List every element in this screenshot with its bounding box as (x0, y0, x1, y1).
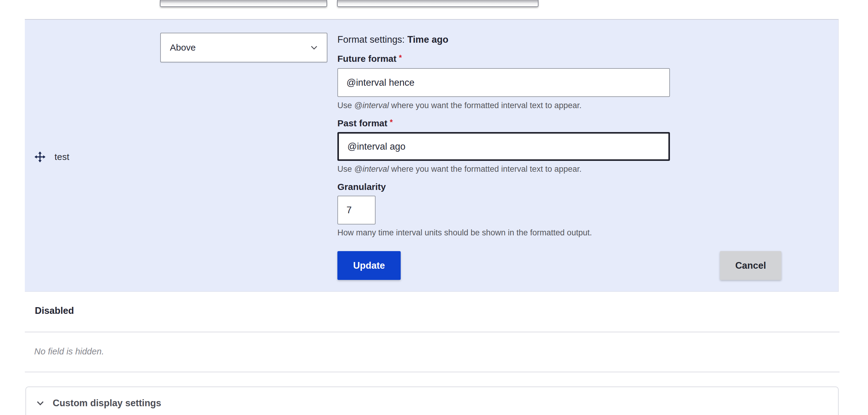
granularity-help: How many time interval units should be s… (337, 228, 592, 237)
field-format-row: test Above Format settings: Time ago Fut… (25, 19, 839, 292)
past-format-help: Use @interval where you want the formatt… (337, 165, 582, 174)
format-settings-plugin-name: Time ago (407, 34, 448, 45)
past-format-label: Past format* (337, 118, 393, 128)
move-icon (34, 151, 46, 163)
future-format-label: Future format* (337, 54, 402, 64)
future-format-input[interactable] (337, 68, 670, 97)
truncated-select-left[interactable] (160, 0, 327, 7)
chevron-down-icon (309, 42, 319, 53)
custom-display-settings-summary[interactable]: Custom display settings (26, 387, 838, 409)
field-name-label: test (55, 152, 69, 162)
truncated-select-right[interactable] (337, 0, 538, 7)
label-position-value: Above (170, 42, 196, 53)
field-name-cell: test (34, 151, 69, 163)
label-position-select[interactable]: Above (160, 33, 328, 62)
required-marker: * (399, 53, 402, 62)
update-button[interactable]: Update (337, 251, 401, 280)
future-format-help: Use @interval where you want the formatt… (337, 101, 582, 110)
drag-handle[interactable] (34, 151, 46, 163)
cancel-button[interactable]: Cancel (720, 251, 781, 280)
row-divider (25, 332, 840, 332)
format-settings-heading: Format settings: Time ago (337, 34, 448, 46)
required-marker: * (390, 118, 393, 126)
row-divider (25, 372, 840, 372)
custom-display-settings-label: Custom display settings (53, 398, 161, 409)
custom-display-settings-panel: Custom display settings (26, 387, 839, 415)
no-field-hidden-message: No field is hidden. (34, 347, 104, 357)
granularity-input[interactable] (337, 196, 376, 225)
chevron-down-icon (34, 397, 46, 409)
past-format-input[interactable] (337, 132, 670, 161)
format-settings-prefix: Format settings: (337, 34, 405, 45)
disabled-region-heading: Disabled (35, 305, 74, 316)
granularity-label: Granularity (337, 182, 386, 192)
